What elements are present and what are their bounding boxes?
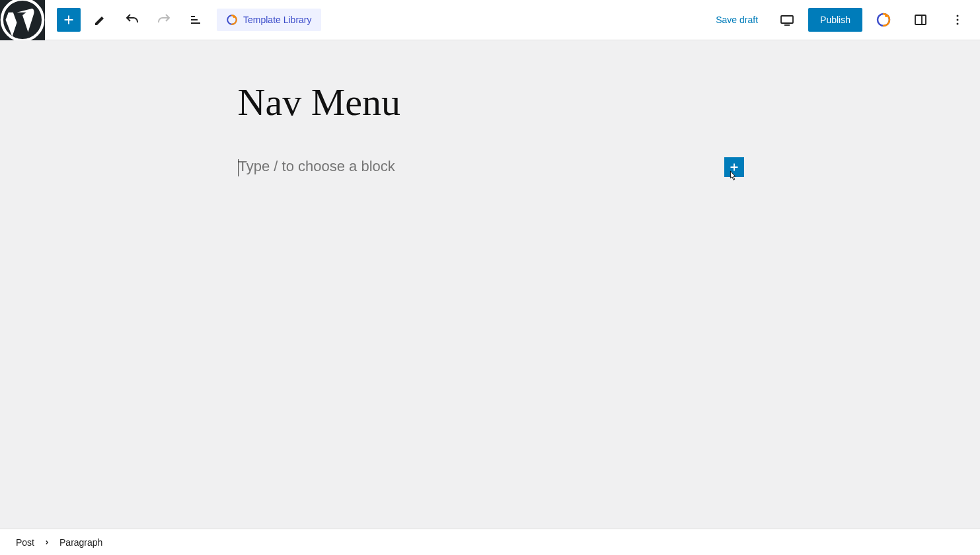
svg-point-9	[957, 23, 959, 25]
content-area: Nav Menu Type / to choose a block	[233, 40, 748, 177]
post-title[interactable]: Nav Menu	[233, 80, 748, 124]
plus-icon	[727, 160, 741, 174]
editor-canvas[interactable]: Nav Menu Type / to choose a block	[0, 40, 980, 529]
brand-logo-icon	[226, 14, 238, 26]
block-inserter-button[interactable]	[57, 8, 81, 32]
breadcrumb-current[interactable]: Paragraph	[59, 537, 102, 548]
chevron-right-icon	[44, 537, 50, 548]
block-placeholder[interactable]: Type / to choose a block	[233, 158, 724, 176]
redo-button[interactable]	[148, 4, 180, 36]
svg-point-5	[885, 15, 887, 17]
brand-logo-icon	[876, 12, 891, 28]
paragraph-block[interactable]: Type / to choose a block	[233, 157, 748, 177]
svg-point-8	[957, 19, 959, 21]
save-draft-button[interactable]: Save draft	[708, 15, 766, 25]
template-library-label: Template Library	[243, 15, 312, 25]
pencil-icon	[93, 12, 108, 28]
inline-add-block-button[interactable]	[724, 157, 744, 177]
svg-rect-3	[781, 16, 793, 23]
toolbar-right: Save draft Publish	[708, 4, 980, 36]
toolbar-left: Template Library	[45, 4, 321, 36]
breadcrumb-root[interactable]: Post	[16, 537, 34, 548]
undo-icon	[124, 12, 140, 28]
tools-button[interactable]	[85, 4, 116, 36]
desktop-icon	[779, 12, 795, 28]
block-breadcrumb: Post Paragraph	[0, 529, 980, 555]
placeholder-text: Type / to choose a block	[239, 158, 395, 174]
settings-sidebar-button[interactable]	[905, 4, 936, 36]
options-button[interactable]	[942, 4, 973, 36]
brand-settings-button[interactable]	[868, 4, 899, 36]
wordpress-logo[interactable]	[0, 0, 45, 40]
view-button[interactable]	[771, 4, 803, 36]
svg-point-7	[957, 15, 959, 17]
document-overview-button[interactable]	[180, 4, 211, 36]
svg-point-2	[233, 16, 235, 18]
undo-button[interactable]	[116, 4, 148, 36]
wordpress-icon	[0, 0, 45, 42]
redo-icon	[156, 12, 172, 28]
svg-rect-6	[915, 15, 926, 24]
template-library-button[interactable]: Template Library	[217, 9, 321, 31]
plus-icon	[61, 13, 76, 27]
sidebar-icon	[913, 12, 928, 28]
publish-button[interactable]: Publish	[808, 8, 862, 32]
list-icon	[188, 12, 204, 28]
more-vertical-icon	[950, 12, 965, 28]
editor-toolbar: Template Library Save draft Publish	[0, 0, 980, 40]
